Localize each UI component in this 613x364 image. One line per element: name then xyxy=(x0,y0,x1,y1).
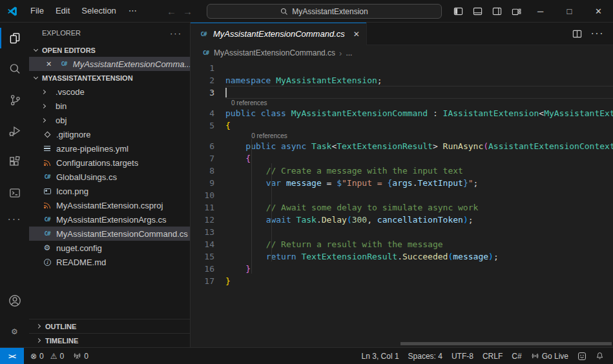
indentation-setting[interactable]: Spaces: 4 xyxy=(404,349,446,363)
menu-more[interactable]: ⋯ xyxy=(122,3,144,19)
code-line-5[interactable]: 5{ xyxy=(191,119,613,132)
close-button[interactable]: ✕ xyxy=(584,0,613,23)
tree-item-icon-png[interactable]: Icon.png xyxy=(29,184,190,198)
code-line-16[interactable]: 16 } xyxy=(191,263,613,275)
tree-item-nuget-config[interactable]: ⚙nuget.config xyxy=(29,241,190,255)
line-content: namespace MyAssistantExtension; xyxy=(225,74,613,86)
token: public xyxy=(225,108,256,118)
menu-edit[interactable]: Edit xyxy=(50,3,76,19)
token xyxy=(276,141,281,151)
feedback-button[interactable] xyxy=(574,349,590,363)
tree-item-myassistantextension-csproj[interactable]: MyAssistantExtension.csproj xyxy=(29,198,190,212)
split-editor-icon[interactable] xyxy=(572,29,582,39)
account-icon[interactable] xyxy=(0,285,29,316)
explorer-icon[interactable] xyxy=(0,23,29,54)
tree-item-readme-md[interactable]: iREADME.md xyxy=(29,255,190,269)
tree-item-label: obj xyxy=(56,116,67,125)
notifications-button[interactable] xyxy=(592,349,608,363)
close-icon[interactable]: ✕ xyxy=(46,60,55,68)
minimize-button[interactable]: ─ xyxy=(526,0,555,23)
section-open-editors[interactable]: OPEN EDITORS xyxy=(29,43,190,57)
horizontal-scrollbar[interactable] xyxy=(400,342,612,345)
tree-item--gitignore[interactable]: .gitignore xyxy=(29,127,190,141)
remote-terminal-icon[interactable] xyxy=(0,177,29,208)
code-line-8[interactable]: 8 // Create a message with the input tex… xyxy=(191,165,613,177)
maximize-button[interactable]: □ xyxy=(555,0,584,23)
line-number: 13 xyxy=(191,226,220,238)
more-icon[interactable]: ··· xyxy=(8,208,22,230)
command-center-search[interactable]: MyAssistantExtension xyxy=(207,4,442,19)
code-line-12[interactable]: 12 await Task.Delay(300, cancellationTok… xyxy=(191,214,613,226)
section-workspace[interactable]: MYASSISTANTEXTENSION xyxy=(29,71,190,85)
code-line-1[interactable]: 1 xyxy=(191,62,613,74)
code-lines: 12namespace MyAssistantExtension;30 refe… xyxy=(191,62,613,287)
explorer-more-icon[interactable]: ··· xyxy=(170,28,182,38)
code-line-11[interactable]: 11 // Await some delay to simulate async… xyxy=(191,201,613,214)
codelens-references[interactable]: 0 references xyxy=(191,132,613,140)
token: args xyxy=(392,178,412,188)
encoding-setting[interactable]: UTF-8 xyxy=(448,349,477,363)
tree-item-myassistantextensioncommand-cs[interactable]: C#MyAssistantExtensionCommand.cs xyxy=(29,227,190,241)
tab-close-icon[interactable]: ✕ xyxy=(353,30,360,39)
cursor-position[interactable]: Ln 3, Col 1 xyxy=(358,349,403,363)
token: TextExtensionResult xyxy=(301,252,397,261)
code-line-6[interactable]: 6 public async Task<TextExtensionResult>… xyxy=(191,140,613,152)
breadcrumb-file[interactable]: MyAssistantExtensionCommand.cs xyxy=(214,48,335,57)
token xyxy=(225,154,245,163)
go-live-button[interactable]: Go Live xyxy=(527,349,572,363)
section-outline[interactable]: OUTLINE xyxy=(29,319,190,333)
tree-item-globalusings-cs[interactable]: C#GlobalUsings.cs xyxy=(29,170,190,184)
code-line-10[interactable]: 10 xyxy=(191,189,613,201)
code-line-17[interactable]: 17} xyxy=(191,275,613,287)
line-content: } xyxy=(225,263,613,275)
problems-indicator[interactable]: ⊗ 0 ⚠ 0 xyxy=(26,349,68,363)
warning-icon: ⚠ xyxy=(50,352,57,361)
code-editor[interactable]: 12namespace MyAssistantExtension;30 refe… xyxy=(191,61,613,347)
sidebar-title: EXPLORER xyxy=(42,29,81,37)
eol-setting[interactable]: CRLF xyxy=(479,349,506,363)
tree-item-bin[interactable]: bin xyxy=(29,99,190,113)
tree-item-azure-pipelines-yml[interactable]: azure-pipelines.yml xyxy=(29,141,190,156)
ports-indicator[interactable]: 0 xyxy=(69,349,92,363)
search-icon[interactable] xyxy=(0,54,29,85)
line-content: await Task.Delay(300, cancellationToken)… xyxy=(225,214,613,226)
warning-count: 0 xyxy=(60,352,65,361)
tree-item-myassistantextensionargs-cs[interactable]: C#MyAssistantExtensionArgs.cs xyxy=(29,212,190,227)
code-line-13[interactable]: 13 xyxy=(191,226,613,238)
remote-indicator[interactable]: >< xyxy=(0,348,24,364)
source-control-icon[interactable] xyxy=(0,85,29,116)
code-line-7[interactable]: 7 { xyxy=(191,152,613,165)
code-line-2[interactable]: 2namespace MyAssistantExtension; xyxy=(191,74,613,86)
settings-gear-icon[interactable]: ⚙ xyxy=(0,316,29,347)
code-line-14[interactable]: 14 // Return a result with the message xyxy=(191,238,613,250)
open-editor-label: MyAssistantExtensionComma... xyxy=(73,59,190,69)
code-line-4[interactable]: 4public class MyAssistantExtensionComman… xyxy=(191,107,613,119)
tree-item-obj[interactable]: obj xyxy=(29,113,190,127)
open-editor-item[interactable]: ✕ C# MyAssistantExtensionComma... xyxy=(29,57,190,71)
token: ; xyxy=(468,215,473,225)
code-line-3[interactable]: 3 xyxy=(191,86,613,99)
customize-layout-icon[interactable] xyxy=(506,0,526,23)
tree-item-label: nuget.config xyxy=(56,243,102,253)
section-timeline[interactable]: TIMELINE xyxy=(29,333,190,347)
menu-file[interactable]: File xyxy=(25,3,50,19)
extensions-icon[interactable] xyxy=(0,147,29,177)
nav-forward-icon[interactable]: → xyxy=(183,6,192,17)
tree-item--vscode[interactable]: .vscode xyxy=(29,85,190,99)
toggle-secondary-sidebar-icon[interactable] xyxy=(487,0,506,23)
tree-item-configurations-targets[interactable]: Configurations.targets xyxy=(29,156,190,170)
breadcrumb-tail[interactable]: ... xyxy=(346,48,352,57)
editor-more-icon[interactable]: ··· xyxy=(591,28,604,39)
nav-back-icon[interactable]: ← xyxy=(167,6,176,17)
language-mode[interactable]: C# xyxy=(508,349,525,363)
csharp-file-icon: C# xyxy=(202,48,210,58)
run-debug-icon[interactable] xyxy=(0,116,29,147)
code-line-15[interactable]: 15 return TextExtensionResult.Succeeded(… xyxy=(191,250,613,263)
codelens-references[interactable]: 0 references xyxy=(191,99,613,107)
code-line-9[interactable]: 9 var message = $"Input = {args.TextInpu… xyxy=(191,177,613,189)
tab-myassistantextensioncommand[interactable]: C# MyAssistantExtensionCommand.cs ✕ xyxy=(191,23,367,45)
token: TextExtensionResult xyxy=(337,141,433,151)
toggle-sidebar-icon[interactable] xyxy=(448,0,468,23)
toggle-panel-icon[interactable] xyxy=(468,0,487,23)
menu-selection[interactable]: Selection xyxy=(76,3,121,19)
